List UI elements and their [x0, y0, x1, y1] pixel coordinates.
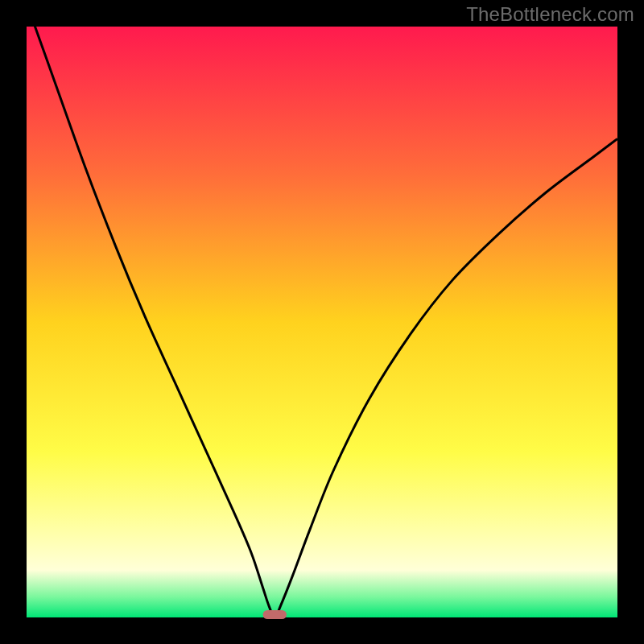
bottleneck-chart	[0, 0, 644, 644]
optimal-marker	[263, 610, 287, 619]
watermark-text: TheBottleneck.com	[466, 3, 634, 26]
chart-container: TheBottleneck.com	[0, 0, 644, 644]
plot-background	[27, 27, 617, 617]
